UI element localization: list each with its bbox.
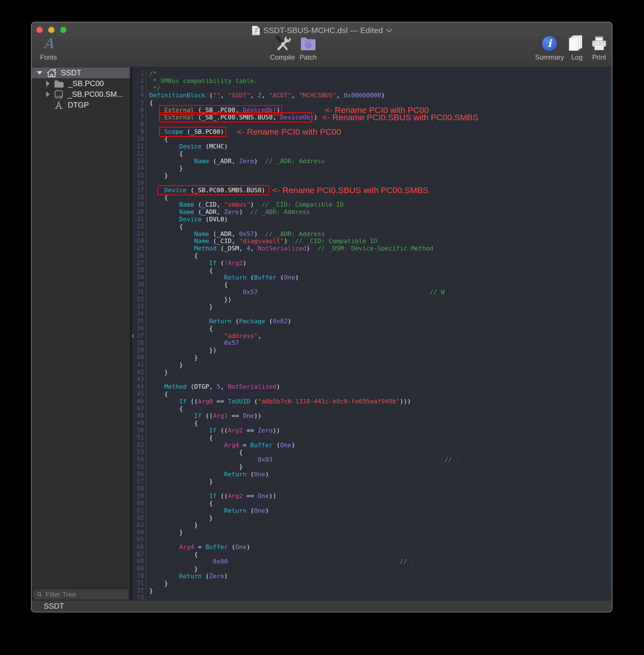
code-line[interactable]: 40 }: [132, 354, 612, 361]
code-line[interactable]: 39 }): [132, 347, 612, 354]
code-line[interactable]: 15 }: [132, 172, 612, 179]
code-line[interactable]: 42 }: [132, 369, 612, 376]
device-icon: [54, 90, 64, 99]
print-button[interactable]: Print: [582, 35, 613, 61]
home-icon: [46, 68, 57, 77]
code-line[interactable]: 71 }: [132, 580, 612, 587]
compile-tools-icon: [274, 35, 291, 52]
code-text: If ((Arg2 == One)): [146, 492, 276, 500]
sidebar-item-ssdt[interactable]: SSDT: [31, 67, 130, 78]
code-line[interactable]: 69 }: [132, 565, 612, 572]
code-line[interactable]: 63 }: [132, 521, 612, 529]
code-line[interactable]: 60 {: [132, 500, 612, 507]
code-line[interactable]: 2 * SMBus compatibility table.: [132, 77, 612, 85]
code-line[interactable]: 46 If ((Arg0 == ToUUID ("a0b5b7c6-1318-4…: [132, 398, 612, 405]
code-line[interactable]: 27 If (!Arg2): [132, 259, 612, 267]
code-line[interactable]: 4DefinitionBlock ("", "SSDT", 2, "ACDT",…: [132, 92, 612, 99]
line-number: 36: [132, 325, 146, 332]
code-text: {: [146, 281, 228, 289]
code-line[interactable]: 61 Return (One): [132, 507, 612, 514]
code-line[interactable]: 35 Return (Package (0x02): [132, 318, 612, 325]
code-line[interactable]: 21 Device (DVL0): [132, 216, 612, 223]
code-line[interactable]: 41 }: [132, 361, 612, 369]
code-line[interactable]: 23 Name (_ADR, 0x57) // _ADR: Address: [132, 230, 612, 238]
code-line[interactable]: 45 {: [132, 390, 612, 398]
summary-label: Summary: [535, 53, 564, 61]
disclosure-collapsed-icon[interactable]: [46, 81, 50, 86]
code-line[interactable]: 3 */: [132, 85, 612, 92]
code-line[interactable]: 33 }: [132, 303, 612, 311]
code-line[interactable]: 51 {: [132, 434, 612, 442]
filter-tree-input[interactable]: [45, 590, 128, 599]
code-line[interactable]: 28 {: [132, 267, 612, 274]
sidebar-item--sb-pc00-sm-[interactable]: _SB.PC00.SM...: [31, 89, 130, 100]
code-line[interactable]: 65: [132, 536, 612, 543]
sidebar: SSDT_SB.PC00_SB.PC00.SM...DTGP: [31, 67, 130, 601]
code-line[interactable]: 70 Return (Zero): [132, 572, 612, 580]
sidebar-editor-divider[interactable]: [130, 67, 132, 601]
patch-button[interactable]: Patch: [291, 35, 325, 61]
code-line[interactable]: 58: [132, 485, 612, 492]
code-line[interactable]: 64 }: [132, 529, 612, 536]
sidebar-item--sb-pc00[interactable]: _SB.PC00: [31, 78, 130, 89]
code-line[interactable]: 25 Method (_DSM, 4, NotSerialized) // _D…: [132, 245, 612, 252]
method-a-icon: [54, 100, 64, 110]
code-line[interactable]: 49 {: [132, 420, 612, 427]
code-text: Name (_CID, "smbus") // _CID: Compatible…: [146, 201, 344, 208]
code-line[interactable]: 55 }: [132, 463, 612, 471]
code-line[interactable]: 12 {: [132, 150, 612, 158]
code-line[interactable]: 67 {: [132, 551, 612, 558]
code-line[interactable]: 1/*: [132, 70, 612, 77]
code-line[interactable]: 30 {: [132, 281, 612, 289]
code-line[interactable]: 36 {: [132, 325, 612, 332]
code-line[interactable]: 31 0x57 // W: [132, 289, 612, 296]
log-label: Log: [571, 53, 582, 61]
code-line[interactable]: 13 Name (_ADR, Zero) // _ADR: Address: [132, 158, 612, 165]
code-text: }): [146, 296, 231, 303]
code-line[interactable]: 72}: [132, 587, 612, 594]
code-line[interactable]: 29 Return (Buffer (One): [132, 274, 612, 281]
code-line[interactable]: 32 }): [132, 296, 612, 303]
code-text: * SMBus compatibility table.: [146, 77, 258, 85]
code-line[interactable]: 19 Name (_CID, "smbus") // _CID: Compati…: [132, 201, 612, 208]
tree-item-label: _SB.PC00.SM...: [68, 90, 123, 99]
code-line[interactable]: 44 Method (DTGP, 5, NotSerialized): [132, 383, 612, 390]
code-line[interactable]: 53 {: [132, 449, 612, 456]
code-editor[interactable]: 1/*2 * SMBus compatibility table.3 */4De…: [132, 67, 612, 601]
line-number: 31: [132, 289, 146, 296]
code-line[interactable]: 47 {: [132, 405, 612, 412]
disclosure-collapsed-icon[interactable]: [46, 91, 50, 97]
code-line[interactable]: 38 0x57: [132, 339, 612, 347]
code-text: Name (_ADR, 0x57) // _ADR: Address: [146, 230, 325, 238]
chevron-down-icon[interactable]: [386, 26, 393, 32]
code-line[interactable]: 37 "address",: [132, 332, 612, 340]
code-line[interactable]: 14 }: [132, 165, 612, 172]
code-line[interactable]: 52 Arg4 = Buffer (One): [132, 442, 612, 449]
code-line[interactable]: 68 0x00 // .: [132, 558, 612, 565]
code-line[interactable]: 62 }: [132, 514, 612, 522]
code-line[interactable]: 24 Name (_CID, "diagsvault") // _CID: Co…: [132, 238, 612, 245]
code-line[interactable]: 73: [132, 594, 612, 601]
code-line[interactable]: 22 {: [132, 223, 612, 230]
code-line[interactable]: 54 0x03 // .: [132, 456, 612, 463]
line-number: 30: [132, 281, 146, 289]
line-number: 46: [132, 398, 146, 405]
code-line[interactable]: 66 Arg4 = Buffer (One): [132, 543, 612, 551]
code-line[interactable]: 59 If ((Arg2 == One)): [132, 492, 612, 500]
code-line[interactable]: 56 Return (One): [132, 471, 612, 478]
disclosure-expanded-icon[interactable]: [37, 71, 42, 74]
code-line[interactable]: 20 Name (_ADR, Zero) // _ADR: Address: [132, 208, 612, 216]
code-line[interactable]: 11 Device (MCHC): [132, 143, 612, 150]
desktop-background: DSL SSDT-SBUS-MCHC.dsl — Edited A Fonts: [0, 0, 644, 655]
code-line[interactable]: 26 {: [132, 252, 612, 259]
code-line[interactable]: 50 If ((Arg2 == Zero)): [132, 427, 612, 434]
code-text: }: [146, 580, 168, 587]
document-icon: DSL: [252, 26, 260, 35]
fonts-button[interactable]: A Fonts: [31, 35, 66, 61]
sidebar-item-dtgp[interactable]: DTGP: [31, 100, 130, 110]
code-line[interactable]: 57 }: [132, 478, 612, 485]
code-line[interactable]: 43: [132, 376, 612, 383]
code-line[interactable]: 34: [132, 310, 612, 318]
code-line[interactable]: 48 If ((Arg1 == One)): [132, 412, 612, 420]
filter-tree-field[interactable]: [34, 590, 128, 599]
